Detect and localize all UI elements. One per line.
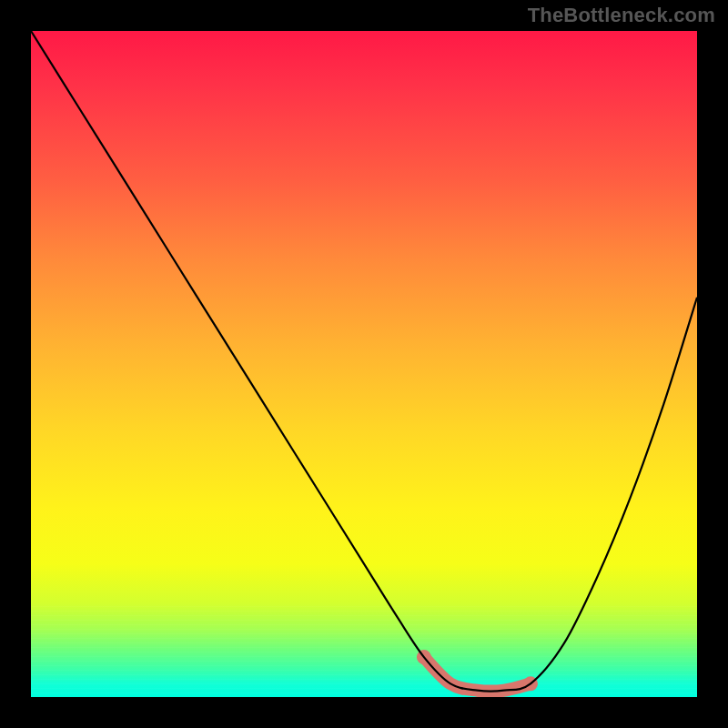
curve-layer — [31, 31, 697, 697]
bottleneck-curve — [31, 31, 697, 692]
watermark-text: TheBottleneck.com — [528, 4, 715, 27]
plot-area — [31, 31, 697, 697]
